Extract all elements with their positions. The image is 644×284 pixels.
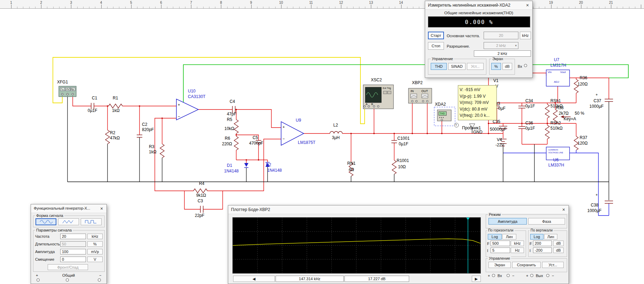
v-lin-button[interactable]: Лин (544, 234, 557, 240)
bode-titlebar[interactable]: Плоттер Боде-XBP2 × (228, 205, 569, 214)
function-generator-icon[interactable] (59, 86, 76, 97)
h-log-button[interactable]: Log (488, 234, 502, 240)
ruler-number: 3 (70, 1, 72, 5)
cursor-freq-readout: 147.314 kHz (276, 276, 344, 282)
out-plus-terminal[interactable] (530, 274, 533, 277)
h-f-input[interactable]: 500 (491, 241, 510, 246)
ruler-number: 20 (579, 1, 583, 5)
v-i-input[interactable]: -200 (533, 248, 552, 253)
square-wave-button[interactable] (81, 218, 102, 225)
settings-button[interactable]: Уст... (467, 63, 484, 70)
bode-plotter-window[interactable]: Плоттер Боде-XBP2 × ◀ 147.314 kHz 17.227… (228, 205, 569, 284)
in-minus-label: − (512, 274, 514, 278)
v-f-input[interactable]: 200 (533, 241, 552, 246)
wire-red[interactable] (73, 73, 609, 209)
diodes[interactable] (244, 162, 270, 168)
duty-unit: % (87, 241, 103, 247)
control-group-label: Управление (431, 57, 454, 61)
bode-plotter-icon[interactable] (408, 88, 432, 103)
oscilloscope-icon[interactable] (363, 85, 393, 109)
h-lin-button[interactable]: Лин (502, 234, 516, 240)
regulator-u6[interactable] (546, 147, 570, 160)
probe-line: V(p-p): 1.99 V (460, 93, 495, 100)
regulator-u7[interactable] (546, 70, 570, 86)
v-i-label: I (530, 249, 531, 253)
fundamental-freq-input[interactable]: 20 (484, 32, 518, 39)
ruler-number: 7 (190, 1, 192, 5)
fundamental-freq-unit: kHz (520, 32, 531, 39)
resolution-combo[interactable]: 2 kHz (474, 50, 531, 57)
in-plus-terminal[interactable] (492, 274, 495, 277)
offset-unit: V (87, 257, 103, 262)
frequency-unit: kHz (87, 234, 103, 239)
input-terminal[interactable] (524, 64, 527, 67)
cursor-left-button[interactable]: ◀ (233, 276, 275, 282)
screen-button[interactable]: Экран (488, 262, 511, 268)
v-i-unit: dB (553, 248, 564, 253)
v-log-button[interactable]: Log (530, 234, 543, 240)
frequency-input[interactable]: 20 (60, 234, 86, 239)
bode-plot-area[interactable] (232, 217, 481, 274)
magnitude-curve (233, 239, 480, 245)
wire-ground[interactable] (67, 97, 609, 200)
stop-button[interactable]: Стоп (428, 42, 444, 50)
out-minus-label: − (552, 274, 554, 278)
cursor-handle (466, 218, 470, 220)
distortion-analyzer-icon[interactable] (434, 107, 459, 127)
wire-yellow[interactable] (53, 57, 365, 124)
probe-line: V(rms): 709 mV (460, 99, 495, 106)
h-i-unit: Hz (511, 248, 524, 253)
probe-line: V: -915 mV (460, 87, 495, 93)
cursor-right-button[interactable]: ▶ (472, 276, 481, 282)
phase-button[interactable]: Фаза (528, 218, 565, 225)
sinad-button[interactable]: SINAD (448, 63, 466, 70)
h-i-input[interactable]: 5 (491, 248, 510, 253)
save-button[interactable]: Сохранить (512, 262, 541, 268)
close-icon[interactable]: × (98, 205, 105, 212)
distortion-titlebar[interactable]: Измеритель нелинейных искажений-XDA2 × (425, 1, 532, 10)
settings-button[interactable]: Уст... (542, 262, 564, 268)
ruler-number: 11 (309, 1, 313, 5)
out-minus-terminal[interactable] (546, 274, 549, 277)
start-button[interactable]: Старт (428, 32, 444, 39)
opamp-u10[interactable] (176, 99, 198, 120)
fundamental-freq-label: Основная частота. (447, 34, 480, 38)
funcgen-titlebar[interactable]: Функциональный генератор-X... × (31, 204, 106, 213)
chevron-down-icon: ▾ (515, 44, 517, 47)
params-group-label: Параметры сигнала (35, 228, 73, 232)
ruler-number: 12 (339, 1, 343, 5)
window-title: Измеритель нелинейных искажений-XDA2 (428, 3, 510, 8)
resolution-dropdown[interactable]: 2 kHz ▾ (484, 42, 518, 49)
capacitors[interactable] (91, 99, 613, 213)
percent-button[interactable]: % (491, 63, 501, 70)
ground-probe-symbol[interactable] (469, 124, 475, 128)
cursor-db-readout: 17.227 dB (344, 276, 409, 282)
sine-wave-button[interactable] (35, 218, 56, 225)
thd-button[interactable]: THD (431, 63, 447, 70)
duty-label: Длительность (35, 242, 60, 246)
distortion-analyzer-window[interactable]: Измеритель нелинейных искажений-XDA2 × О… (425, 1, 533, 78)
offset-label: Смещение (35, 257, 54, 261)
opamp-u9[interactable] (281, 122, 304, 145)
function-generator-window[interactable]: Функциональный генератор-X... × Форма си… (31, 204, 107, 284)
edge-button[interactable]: Фронт/Спад (48, 264, 88, 270)
window-title: Плоттер Боде-XBP2 (231, 207, 270, 212)
ruler-number: 6 (160, 1, 162, 5)
inductor-l2[interactable] (330, 131, 342, 133)
common-label: Общий (62, 273, 75, 277)
close-icon[interactable]: × (560, 206, 567, 213)
amplitude-label: Амплитуда (35, 250, 55, 254)
resistors[interactable] (105, 79, 578, 193)
common-terminal[interactable] (66, 278, 69, 282)
minus-terminal[interactable] (98, 278, 101, 282)
triangle-wave-button[interactable] (58, 218, 79, 225)
close-icon[interactable]: × (524, 2, 531, 9)
v-f-label: F (530, 242, 532, 246)
amplitude-input[interactable]: 100 (60, 249, 86, 254)
offset-input[interactable]: 0 (60, 257, 86, 262)
in-minus-terminal[interactable] (507, 274, 510, 277)
db-button[interactable]: dB (502, 63, 512, 70)
magnitude-button[interactable]: Амплитуда (488, 218, 527, 225)
plus-terminal[interactable] (37, 278, 40, 282)
duty-input[interactable]: 50 (60, 241, 86, 247)
